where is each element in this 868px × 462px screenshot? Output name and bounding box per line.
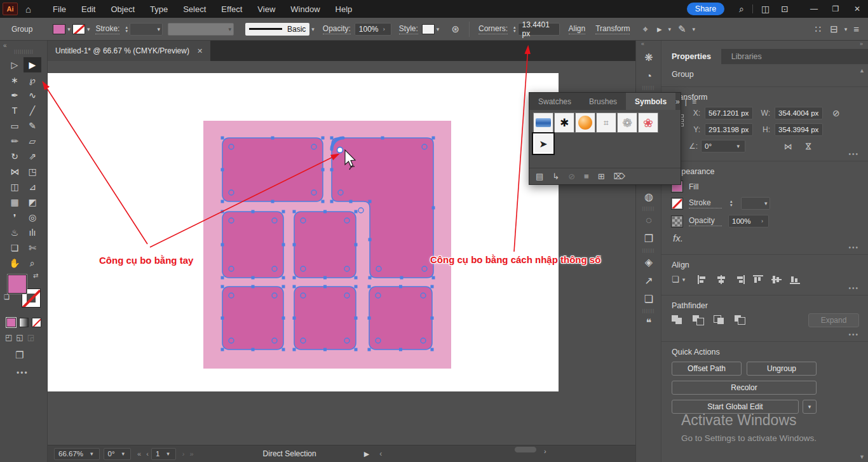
hovered-corner-widget[interactable]: [337, 147, 343, 153]
intersect-icon[interactable]: [714, 315, 724, 325]
flip-horizontal-icon[interactable]: ⋈: [784, 142, 792, 151]
rounded-rectangle-shape[interactable]: [222, 138, 323, 201]
global-edit-chevron-icon[interactable]: ▾: [803, 400, 817, 414]
rotation-dropdown[interactable]: 0°▾: [104, 448, 132, 460]
minimize-button[interactable]: —: [803, 0, 825, 18]
transform-more-options-icon[interactable]: •••: [848, 151, 859, 158]
fill-indicator-swatch[interactable]: [8, 275, 27, 294]
control-panel-menu-icon[interactable]: ≡: [853, 24, 859, 34]
next-artboard-icon[interactable]: ›: [182, 450, 185, 458]
stroke-weight-dropdown[interactable]: ▾: [130, 23, 163, 36]
expand-button[interactable]: Expand: [808, 313, 859, 327]
corners-label[interactable]: Corners:: [478, 24, 508, 34]
menu-type[interactable]: Type: [144, 2, 174, 17]
edit-toolbar-icon[interactable]: •••: [17, 369, 29, 377]
anchor-point[interactable]: [323, 285, 327, 289]
zoom-level-dropdown[interactable]: 66.67%▾: [54, 448, 100, 460]
anchor-point[interactable]: [221, 210, 224, 214]
previous-artboard-icon[interactable]: ‹: [146, 450, 149, 458]
arrange-documents-icon[interactable]: ⊟: [830, 24, 838, 35]
exclude-icon[interactable]: [735, 315, 745, 325]
anchor-point[interactable]: [400, 276, 403, 280]
tab-brushes[interactable]: Brushes: [580, 93, 626, 110]
none-mode-button[interactable]: [32, 318, 41, 327]
align-link[interactable]: Align: [569, 24, 586, 34]
brush-definition-dropdown[interactable]: Basic: [245, 23, 309, 36]
paintbrush-tool[interactable]: ✎: [24, 118, 41, 133]
rounded-rectangle-shape[interactable]: [294, 212, 356, 278]
collapse-dock-icon[interactable]: «: [641, 41, 644, 47]
expand-panel-icon[interactable]: »: [860, 41, 863, 47]
tab-swatches[interactable]: Swatches: [529, 93, 580, 110]
select-similar-chevron-icon[interactable]: ▾: [668, 26, 671, 32]
symbol-sprayer-tool[interactable]: ♨: [6, 225, 24, 240]
style-options-chevron-icon[interactable]: ▾: [693, 26, 696, 32]
opacity-label[interactable]: Opacity:: [323, 24, 351, 34]
restore-button[interactable]: ❐: [825, 0, 846, 18]
slice-tool[interactable]: ✄: [24, 240, 41, 255]
eraser-tool[interactable]: ▱: [24, 133, 41, 149]
anchor-point[interactable]: [368, 316, 371, 320]
ungroup-button[interactable]: Ungroup: [747, 362, 817, 376]
shape-builder-tool[interactable]: ◫: [6, 179, 24, 194]
anchor-point[interactable]: [221, 285, 224, 289]
appearance-opacity-label[interactable]: Opacity: [689, 216, 722, 226]
align-to-dropdown[interactable]: ❏▾: [672, 275, 687, 284]
menu-view[interactable]: View: [251, 2, 281, 17]
anchor-point[interactable]: [252, 285, 255, 289]
appearance-stroke-weight-dropdown[interactable]: ▾: [741, 197, 770, 210]
anchor-point[interactable]: [355, 285, 358, 289]
anchor-point[interactable]: [322, 200, 325, 203]
layers-panel-icon[interactable]: ◈: [636, 253, 661, 271]
magic-wand-tool[interactable]: ∗: [6, 72, 24, 88]
appearance-panel-icon[interactable]: ◌: [636, 211, 661, 229]
graphic-style-swatch[interactable]: [422, 24, 435, 34]
swap-fill-stroke-icon[interactable]: ⇄: [33, 272, 38, 279]
dock-grip[interactable]: |||||||: [636, 206, 661, 211]
home-icon[interactable]: ⌂: [25, 4, 31, 15]
new-symbol-icon[interactable]: ⊞: [598, 172, 605, 181]
dock-grip[interactable]: |||||||: [636, 308, 661, 313]
anchor-point[interactable]: [293, 348, 296, 351]
appearance-stroke-label[interactable]: Stroke: [689, 198, 722, 208]
gradient-tool[interactable]: ◩: [24, 194, 41, 210]
align-top-icon[interactable]: [753, 275, 763, 284]
variable-width-profile-dropdown[interactable]: ▾: [168, 23, 234, 36]
close-document-icon[interactable]: ✕: [197, 47, 203, 55]
symbol-libraries-icon[interactable]: ▤: [536, 172, 543, 181]
symbol-wreath[interactable]: ❁: [617, 112, 637, 133]
pathfinder-more-options-icon[interactable]: •••: [848, 331, 859, 338]
transparency-panel-icon[interactable]: ◍: [636, 187, 661, 206]
fill-chevron-icon[interactable]: ▾: [67, 26, 71, 32]
symbol-grid-tile[interactable]: ⌗: [596, 112, 616, 133]
anchor-point[interactable]: [282, 348, 285, 351]
appearance-opacity-swatch[interactable]: [672, 216, 682, 227]
symbol-blue-banner[interactable]: [533, 112, 553, 133]
illustrator-app-icon[interactable]: Ai: [3, 3, 18, 15]
anchor-point[interactable]: [282, 210, 285, 214]
anchor-point[interactable]: [323, 276, 327, 280]
blend-tool[interactable]: ◎: [24, 210, 41, 225]
free-transform-tool[interactable]: ◳: [24, 164, 41, 179]
select-similar-objects-icon[interactable]: ▸: [657, 24, 662, 35]
anchor-point[interactable]: [293, 276, 296, 280]
default-fill-stroke-icon[interactable]: ❏: [4, 294, 10, 301]
share-button[interactable]: Share: [687, 3, 724, 15]
stroke-chevron-icon[interactable]: ▾: [87, 26, 90, 32]
offset-path-button[interactable]: Offset Path: [672, 362, 742, 376]
anchor-point[interactable]: [330, 200, 334, 203]
anchor-point[interactable]: [330, 168, 334, 172]
minus-front-icon[interactable]: [693, 315, 703, 325]
anchor-point[interactable]: [432, 276, 435, 280]
appearance-more-options-icon[interactable]: •••: [848, 244, 859, 251]
appearance-stroke-swatch[interactable]: [672, 198, 682, 209]
isolate-selected-object-icon[interactable]: ⌖: [642, 24, 648, 35]
perspective-grid-tool[interactable]: ⊿: [24, 179, 41, 194]
status-menu-icon[interactable]: ▶: [364, 450, 369, 458]
artboard-navigation-dropdown[interactable]: 1▾: [151, 448, 176, 460]
corners-field[interactable]: 13.4401 px: [518, 23, 560, 36]
rounded-rectangle-shape[interactable]: [222, 287, 283, 350]
anchor-point[interactable]: [355, 316, 358, 320]
status-back-icon[interactable]: ‹: [379, 449, 382, 458]
h-field[interactable]: 354.3994 px: [775, 123, 823, 136]
